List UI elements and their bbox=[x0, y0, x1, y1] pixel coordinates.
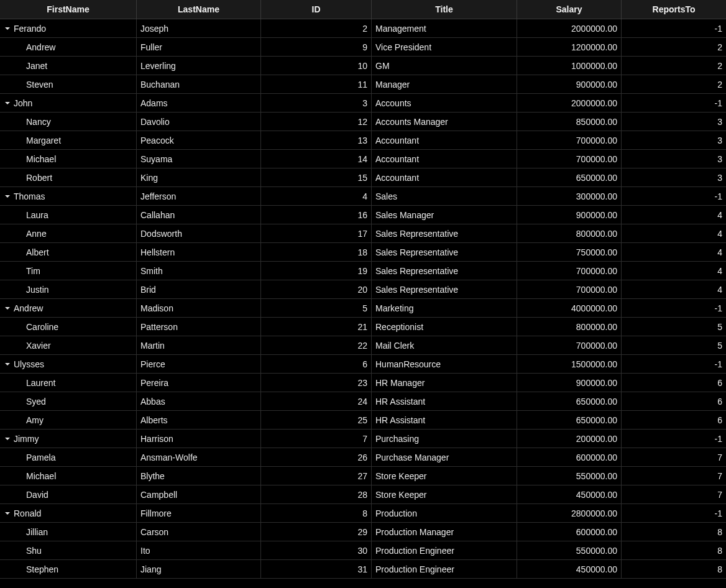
table-row[interactable]: DavidCampbell28Store Keeper450000.007 bbox=[0, 485, 726, 504]
table-row[interactable]: LaurentPereira23HR Manager900000.006 bbox=[0, 374, 726, 392]
cell-firstname: David bbox=[0, 485, 137, 503]
cell-id: 7 bbox=[261, 430, 372, 448]
cell-firstname: Albert bbox=[0, 243, 137, 261]
cell-id: 26 bbox=[261, 448, 372, 466]
expand-collapse-icon[interactable] bbox=[4, 193, 11, 200]
cell-reportsto: 3 bbox=[622, 168, 726, 186]
table-row[interactable]: JimmyHarrison7Purchasing200000.00-1 bbox=[0, 430, 726, 448]
cell-salary: 550000.00 bbox=[517, 467, 622, 485]
table-row[interactable]: JohnAdams3Accounts2000000.00-1 bbox=[0, 94, 726, 113]
table-row[interactable]: ShuIto30Production Engineer550000.008 bbox=[0, 541, 726, 560]
firstname-text: Michael bbox=[26, 471, 56, 481]
tree-grid[interactable]: FirstName LastName ID Title Salary Repor… bbox=[0, 0, 726, 579]
column-header-salary[interactable]: Salary bbox=[517, 0, 622, 19]
expand-collapse-icon[interactable] bbox=[4, 361, 11, 368]
firstname-text: Jimmy bbox=[14, 434, 39, 444]
table-row[interactable]: SyedAbbas24HR Assistant650000.006 bbox=[0, 392, 726, 411]
table-row[interactable]: XavierMartin22Mail Clerk700000.005 bbox=[0, 336, 726, 355]
expand-collapse-icon[interactable] bbox=[4, 305, 11, 312]
cell-id: 5 bbox=[261, 299, 372, 317]
cell-lastname: Alberts bbox=[137, 411, 261, 429]
cell-salary: 900000.00 bbox=[517, 75, 622, 93]
grid-body: FerandoJoseph2Management2000000.00-1Andr… bbox=[0, 19, 726, 579]
table-row[interactable]: JanetLeverling10GM1000000.002 bbox=[0, 57, 726, 75]
table-row[interactable]: TimSmith19Sales Representative700000.004 bbox=[0, 262, 726, 280]
cell-firstname: Jimmy bbox=[0, 430, 137, 448]
cell-lastname: Madison bbox=[137, 299, 261, 317]
cell-reportsto: 4 bbox=[622, 206, 726, 224]
expand-collapse-icon[interactable] bbox=[4, 25, 11, 32]
cell-reportsto: -1 bbox=[622, 430, 726, 448]
table-row[interactable]: RobertKing15Accountant650000.003 bbox=[0, 168, 726, 187]
table-row[interactable]: AmyAlberts25HR Assistant650000.006 bbox=[0, 411, 726, 430]
table-row[interactable]: FerandoJoseph2Management2000000.00-1 bbox=[0, 19, 726, 38]
expand-collapse-icon[interactable] bbox=[4, 510, 11, 517]
cell-reportsto: 7 bbox=[622, 485, 726, 503]
column-header-id[interactable]: ID bbox=[261, 0, 372, 19]
table-row[interactable]: AnneDodsworth17Sales Representative80000… bbox=[0, 224, 726, 243]
column-header-firstname[interactable]: FirstName bbox=[0, 0, 137, 19]
table-row[interactable]: StevenBuchanan11Manager900000.002 bbox=[0, 75, 726, 94]
cell-reportsto: 7 bbox=[622, 448, 726, 466]
cell-id: 12 bbox=[261, 113, 372, 131]
cell-salary: 650000.00 bbox=[517, 392, 622, 410]
column-header-lastname[interactable]: LastName bbox=[137, 0, 261, 19]
table-row[interactable]: PamelaAnsman-Wolfe26Purchase Manager6000… bbox=[0, 448, 726, 467]
cell-salary: 900000.00 bbox=[517, 206, 622, 224]
cell-reportsto: 6 bbox=[622, 392, 726, 410]
cell-salary: 850000.00 bbox=[517, 113, 622, 131]
table-row[interactable]: AlbertHellstern18Sales Representative750… bbox=[0, 243, 726, 262]
firstname-text: Laura bbox=[26, 210, 48, 220]
cell-id: 3 bbox=[261, 94, 372, 112]
cell-firstname: John bbox=[0, 94, 137, 112]
firstname-text: Steven bbox=[26, 80, 53, 90]
cell-salary: 2000000.00 bbox=[517, 94, 622, 112]
table-row[interactable]: UlyssesPierce6HumanResource1500000.00-1 bbox=[0, 355, 726, 374]
cell-id: 20 bbox=[261, 280, 372, 298]
table-row[interactable]: LauraCallahan16Sales Manager900000.004 bbox=[0, 206, 726, 224]
table-row[interactable]: CarolinePatterson21Receptionist800000.00… bbox=[0, 318, 726, 336]
cell-reportsto: 3 bbox=[622, 131, 726, 149]
cell-salary: 300000.00 bbox=[517, 187, 622, 205]
column-header-title[interactable]: Title bbox=[372, 0, 517, 19]
table-row[interactable]: AndrewMadison5Marketing4000000.00-1 bbox=[0, 299, 726, 318]
cell-firstname: Stephen bbox=[0, 560, 137, 578]
cell-id: 27 bbox=[261, 467, 372, 485]
table-row[interactable]: JillianCarson29Production Manager600000.… bbox=[0, 523, 726, 541]
table-row[interactable]: JustinBrid20Sales Representative700000.0… bbox=[0, 280, 726, 299]
expand-collapse-icon[interactable] bbox=[4, 99, 11, 107]
cell-salary: 900000.00 bbox=[517, 374, 622, 392]
cell-title: HumanResource bbox=[372, 355, 517, 373]
cell-title: HR Assistant bbox=[372, 392, 517, 410]
cell-title: Purchasing bbox=[372, 430, 517, 448]
firstname-text: Ulysses bbox=[14, 359, 44, 369]
cell-title: HR Manager bbox=[372, 374, 517, 392]
table-row[interactable]: StephenJiang31Production Engineer450000.… bbox=[0, 560, 726, 579]
expand-collapse-icon[interactable] bbox=[4, 435, 11, 443]
table-row[interactable]: ThomasJefferson4Sales300000.00-1 bbox=[0, 187, 726, 206]
table-row[interactable]: MichaelBlythe27Store Keeper550000.007 bbox=[0, 467, 726, 485]
cell-firstname: Andrew bbox=[0, 299, 137, 317]
cell-lastname: Carson bbox=[137, 523, 261, 541]
cell-reportsto: 2 bbox=[622, 57, 726, 75]
cell-salary: 1200000.00 bbox=[517, 38, 622, 56]
cell-reportsto: 4 bbox=[622, 262, 726, 280]
cell-firstname: Ferando bbox=[0, 19, 137, 37]
cell-lastname: Joseph bbox=[137, 19, 261, 37]
table-row[interactable]: NancyDavolio12Accounts Manager850000.003 bbox=[0, 113, 726, 131]
cell-title: Manager bbox=[372, 75, 517, 93]
cell-id: 8 bbox=[261, 504, 372, 522]
cell-firstname: Anne bbox=[0, 224, 137, 242]
cell-lastname: Blythe bbox=[137, 467, 261, 485]
table-row[interactable]: AndrewFuller9Vice President1200000.002 bbox=[0, 38, 726, 57]
cell-firstname: Caroline bbox=[0, 318, 137, 336]
table-row[interactable]: RonaldFillmore8Production2800000.00-1 bbox=[0, 504, 726, 523]
table-row[interactable]: MargaretPeacock13Accountant700000.003 bbox=[0, 131, 726, 150]
cell-firstname: Margaret bbox=[0, 131, 137, 149]
table-row[interactable]: MichaelSuyama14Accountant700000.003 bbox=[0, 150, 726, 168]
firstname-text: Xavier bbox=[26, 341, 51, 351]
firstname-text: Shu bbox=[26, 546, 42, 556]
column-header-reportsto[interactable]: ReportsTo bbox=[622, 0, 726, 19]
cell-reportsto: -1 bbox=[622, 504, 726, 522]
cell-reportsto: 8 bbox=[622, 541, 726, 559]
